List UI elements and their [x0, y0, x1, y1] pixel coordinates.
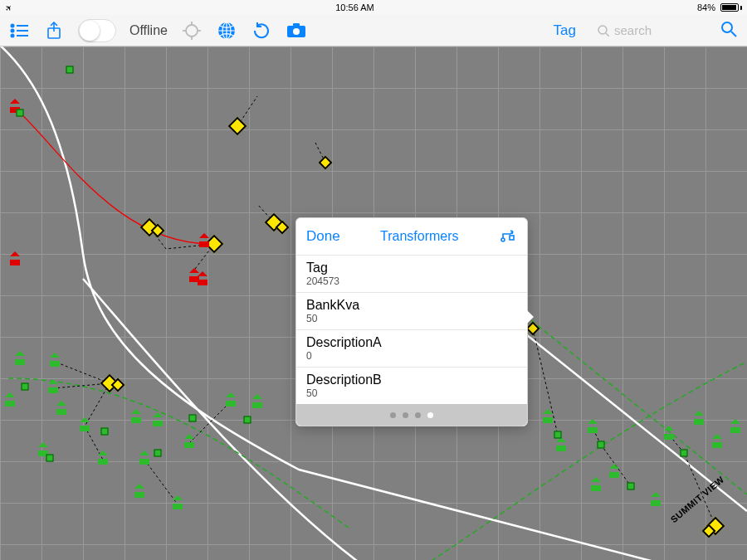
svg-point-0: [12, 24, 14, 27]
field-value: 204573: [306, 275, 517, 287]
house-marker[interactable]: [198, 275, 208, 285]
house-marker[interactable]: [664, 430, 674, 440]
app-toolbar: Offline Tag search: [0, 15, 747, 46]
house-marker[interactable]: [252, 398, 262, 408]
sq-marker[interactable]: [554, 431, 562, 439]
house-marker[interactable]: [609, 468, 619, 478]
sq-marker[interactable]: [627, 483, 635, 490]
house-marker[interactable]: [10, 256, 20, 265]
svg-point-17: [293, 28, 300, 35]
house-marker[interactable]: [5, 397, 15, 407]
route-icon[interactable]: [499, 226, 517, 247]
page-dot[interactable]: [390, 412, 396, 418]
search-input[interactable]: search: [598, 23, 706, 37]
svg-rect-23: [510, 236, 514, 240]
popup-title: Transformers: [380, 229, 459, 244]
house-marker[interactable]: [226, 397, 236, 407]
field-value: 50: [306, 313, 517, 324]
field-label: DescriptionA: [306, 335, 517, 350]
sq-marker[interactable]: [66, 66, 74, 74]
house-marker[interactable]: [98, 455, 108, 465]
sq-marker[interactable]: [681, 450, 688, 457]
house-marker[interactable]: [588, 423, 598, 433]
svg-point-4: [12, 34, 14, 37]
svg-point-8: [186, 25, 198, 37]
house-marker[interactable]: [173, 499, 183, 509]
svg-point-18: [598, 26, 607, 34]
house-marker[interactable]: [543, 413, 553, 423]
list-icon[interactable]: [8, 20, 30, 41]
house-marker[interactable]: [591, 481, 601, 491]
svg-line-21: [731, 32, 736, 37]
refresh-icon[interactable]: [251, 20, 272, 41]
house-marker[interactable]: [134, 488, 144, 498]
house-marker[interactable]: [153, 416, 163, 426]
house-marker[interactable]: [199, 237, 209, 247]
svg-point-20: [722, 22, 732, 32]
search-icon[interactable]: [719, 21, 739, 41]
airplane-mode-icon: ✈: [2, 2, 14, 13]
house-marker[interactable]: [139, 455, 149, 465]
sq-marker[interactable]: [189, 415, 197, 422]
popup-field: DescriptionA0: [296, 329, 527, 367]
status-bar: ✈ 10:56 AM 84%: [0, 0, 747, 15]
field-label: Tag: [306, 261, 517, 275]
map-canvas[interactable]: SUMMIT VIEW Done Transformers Tag204573B…: [0, 46, 747, 560]
house-marker[interactable]: [131, 413, 141, 423]
house-marker[interactable]: [184, 438, 194, 448]
house-marker[interactable]: [556, 441, 566, 451]
share-icon[interactable]: [43, 20, 65, 41]
popup-field: BankKva50: [296, 292, 527, 329]
battery-percent: 84%: [697, 2, 715, 12]
page-indicator[interactable]: [296, 404, 527, 426]
svg-point-22: [501, 238, 505, 241]
sq-marker[interactable]: [101, 428, 109, 436]
svg-line-19: [606, 33, 609, 37]
sq-marker[interactable]: [22, 383, 29, 391]
field-label: BankKva: [306, 298, 517, 313]
locate-icon[interactable]: [181, 20, 203, 41]
globe-icon[interactable]: [216, 20, 237, 41]
sq-marker[interactable]: [244, 416, 251, 424]
house-marker[interactable]: [694, 415, 704, 425]
camera-icon[interactable]: [286, 20, 307, 41]
status-time: 10:56 AM: [335, 2, 374, 12]
sq-marker[interactable]: [46, 455, 54, 462]
house-marker[interactable]: [730, 423, 740, 433]
offline-label: Offline: [129, 23, 168, 38]
house-marker[interactable]: [80, 421, 90, 431]
field-value: 50: [306, 387, 517, 399]
page-dot[interactable]: [403, 412, 408, 418]
offline-toggle[interactable]: [78, 19, 116, 42]
field-label: DescriptionB: [306, 373, 517, 387]
svg-point-2: [12, 29, 14, 32]
popup-field: Tag204573: [296, 255, 527, 292]
house-marker[interactable]: [48, 383, 58, 393]
feature-popup: Done Transformers Tag204573BankKva50Desc…: [295, 217, 528, 426]
sq-marker[interactable]: [154, 450, 162, 457]
tag-link[interactable]: Tag: [554, 22, 576, 39]
svg-rect-16: [293, 23, 300, 27]
house-marker[interactable]: [15, 355, 25, 365]
sq-marker[interactable]: [17, 110, 24, 117]
house-marker[interactable]: [712, 438, 722, 448]
house-marker[interactable]: [50, 357, 60, 367]
sq-marker[interactable]: [598, 441, 605, 449]
done-button[interactable]: Done: [306, 228, 340, 245]
page-dot[interactable]: [427, 412, 433, 418]
house-marker[interactable]: [651, 496, 661, 506]
house-marker[interactable]: [56, 405, 66, 415]
battery-icon: [720, 3, 742, 12]
popup-field: DescriptionB50: [296, 367, 527, 404]
search-placeholder: search: [614, 23, 652, 37]
page-dot[interactable]: [415, 412, 421, 418]
field-value: 0: [306, 350, 517, 362]
